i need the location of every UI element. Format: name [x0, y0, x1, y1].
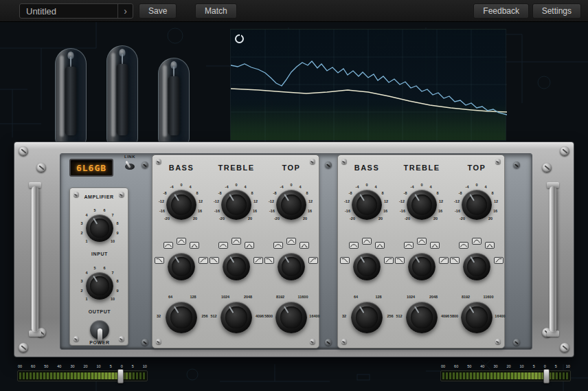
tick-label: 4096	[256, 314, 264, 318]
tick-label: 10	[111, 239, 115, 243]
eq-column-header-treble: TREBLE	[394, 164, 449, 172]
tick-label: 7	[111, 213, 113, 217]
tick-label: 12	[253, 199, 258, 203]
match-button[interactable]: Match	[195, 3, 237, 19]
tick-label: 8	[116, 279, 118, 283]
tube-type-display[interactable]: 6L6GB	[69, 159, 113, 177]
panel-screw	[513, 161, 520, 168]
vacuum-tube-1	[55, 48, 87, 144]
power-toggle[interactable]	[90, 320, 109, 339]
settings-button[interactable]: Settings	[532, 3, 581, 19]
meter-scale: 0060504030201050510	[17, 364, 148, 370]
bass-gain-knob[interactable]	[352, 190, 382, 220]
bass-freq-knob-cell: 3264128256	[339, 287, 394, 346]
meter-scale-number: 00	[441, 364, 445, 370]
bass-gain-knob[interactable]	[166, 190, 196, 220]
save-button[interactable]: Save	[139, 3, 177, 19]
treble-shape-knob-cell	[209, 235, 264, 287]
meter-scale-number: 00	[18, 364, 22, 370]
top-gain-knob[interactable]	[276, 190, 306, 220]
top-freq-knob[interactable]	[275, 302, 307, 333]
tick-label: 32	[342, 314, 346, 318]
meter-scale-number: 10	[566, 364, 570, 370]
rack-screw	[560, 146, 569, 156]
link-toggle[interactable]	[124, 160, 136, 171]
tick-label: 20	[193, 216, 197, 221]
top-shape-knob-cell	[449, 235, 504, 287]
bass-gain-knob-cell: -20-16-12-8-4048121620	[339, 176, 394, 234]
meter-left: 0060504030201050510	[17, 364, 148, 381]
bass-shape-knob[interactable]	[353, 253, 381, 280]
narrow-bell-curve-icon	[299, 242, 309, 249]
tick-label: 0	[475, 183, 477, 187]
top-shape-knob[interactable]	[463, 253, 490, 280]
bass-freq-knob[interactable]	[351, 302, 383, 333]
vacuum-tube-3	[158, 58, 190, 144]
tick-label: -12	[344, 199, 350, 203]
slope-up-curve-icon	[494, 257, 504, 264]
tick-label: -8	[349, 191, 352, 195]
top-shape-knob[interactable]	[278, 253, 305, 280]
tick-label: 5	[93, 266, 95, 270]
treble-freq-knob[interactable]	[220, 302, 252, 333]
feedback-button[interactable]: Feedback	[473, 3, 529, 19]
tick-label: 9	[116, 231, 118, 235]
meter-scale-number: 30	[493, 364, 497, 370]
top-shape-knob-cell	[264, 235, 319, 287]
slope-up-curve-icon	[253, 257, 263, 264]
plugin-window: Untitled › Save Match Feedback Settings	[0, 0, 588, 391]
meter-handle[interactable]	[117, 369, 124, 383]
preset-selector[interactable]: Untitled ›	[19, 3, 133, 19]
top-freq-knob[interactable]	[461, 302, 493, 333]
eq-column-header-top: TOP	[264, 164, 319, 172]
output-knob[interactable]	[86, 272, 113, 300]
tick-label: 512	[396, 314, 402, 318]
tick-label: -12	[399, 199, 405, 203]
meter-scale-number: 20	[506, 364, 510, 370]
tick-label: 128	[190, 295, 196, 299]
treble-gain-knob[interactable]	[407, 190, 437, 220]
tick-label: 20	[488, 216, 493, 221]
panel-screw	[142, 339, 148, 346]
tick-label: -4	[411, 185, 414, 189]
tick-label: 3	[80, 279, 82, 283]
bass-shape-knob[interactable]	[168, 253, 195, 280]
top-freq-knob-cell: 580081921160016400	[449, 287, 504, 346]
wide-bell-curve-icon	[163, 242, 173, 249]
power-icon[interactable]	[234, 32, 246, 44]
tick-label: -12	[159, 199, 164, 203]
bell-curve-icon	[177, 238, 186, 245]
bass-freq-knob[interactable]	[166, 302, 197, 333]
treble-shape-knob[interactable]	[408, 253, 436, 280]
narrow-bell-curve-icon	[485, 242, 495, 249]
narrow-bell-curve-icon	[430, 242, 440, 249]
meter-handle[interactable]	[543, 369, 550, 383]
input-knob-cell: 12345678910	[70, 201, 129, 252]
tube-highlight	[60, 56, 64, 137]
tick-label: 16	[438, 209, 442, 213]
eq-column-header-treble: TREBLE	[209, 164, 264, 172]
preset-next-arrow-icon[interactable]: ›	[117, 4, 133, 18]
input-label: INPUT	[70, 252, 129, 256]
tick-label: -8	[404, 191, 407, 195]
bell-curve-icon	[286, 238, 296, 245]
treble-gain-knob[interactable]	[221, 190, 251, 220]
treble-freq-knob-cell: 512102420484096	[209, 287, 264, 346]
treble-shape-knob[interactable]	[223, 253, 250, 280]
tick-label: 16	[253, 209, 257, 213]
bell-curve-icon	[417, 238, 427, 245]
treble-freq-knob[interactable]	[406, 302, 438, 333]
meter-scale-number: 50	[467, 364, 471, 370]
tick-label: 4	[244, 185, 246, 189]
wide-bell-curve-icon	[459, 242, 468, 249]
bass-gain-knob-cell: -20-16-12-8-4048121620	[154, 176, 209, 234]
wide-bell-curve-icon	[349, 242, 359, 249]
preset-name[interactable]: Untitled	[20, 6, 117, 16]
input-knob[interactable]	[86, 214, 113, 242]
meter-scale-number: 5	[555, 364, 557, 370]
top-gain-knob[interactable]	[462, 190, 492, 220]
spectrum-analyzer-display	[230, 29, 506, 141]
treble-gain-knob-cell: -20-16-12-8-4048121620	[209, 176, 264, 234]
tube-plate	[117, 64, 128, 135]
tick-label: -8	[459, 191, 462, 195]
